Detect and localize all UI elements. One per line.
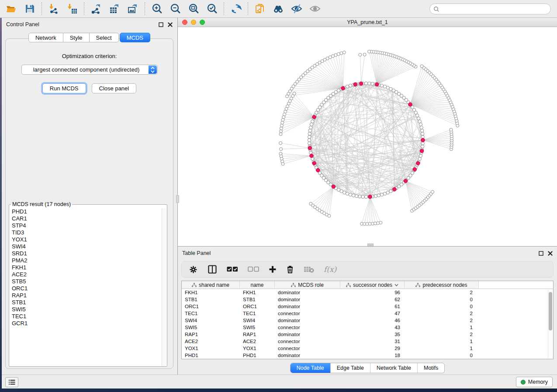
ring-node[interactable] [419, 123, 422, 126]
ring-node[interactable] [310, 123, 313, 126]
clone-network-icon[interactable] [254, 3, 266, 15]
close-panel-icon[interactable] [168, 22, 173, 27]
mcds-list-item[interactable]: SWI4 [10, 243, 166, 250]
hub-node[interactable] [316, 168, 320, 172]
mcds-list-item[interactable]: STB5 [10, 278, 166, 285]
hub-node[interactable] [404, 179, 408, 183]
ring-node[interactable] [358, 195, 361, 198]
column-header-successor-nodes[interactable]: successor nodes [340, 281, 405, 289]
fan-node[interactable] [281, 118, 284, 121]
close-panel-button[interactable]: Close panel [92, 83, 137, 93]
ring-node[interactable] [308, 132, 311, 135]
ring-node[interactable] [308, 135, 311, 138]
table-scrollbar-thumb[interactable] [549, 292, 552, 330]
ring-node[interactable] [361, 195, 364, 198]
mcds-list-item[interactable]: SRD1 [10, 250, 166, 257]
tab-motifs[interactable]: Motifs [417, 363, 444, 373]
mcds-list-scrollbar[interactable] [162, 208, 166, 366]
table-scrollbar[interactable] [548, 289, 553, 358]
ring-node[interactable] [355, 195, 358, 198]
hub-node[interactable] [416, 162, 420, 165]
tab-network-table[interactable]: Network Table [370, 363, 417, 373]
fan-node[interactable] [340, 52, 343, 55]
hub-node[interactable] [312, 162, 316, 165]
zoom-fit-icon[interactable] [187, 3, 200, 15]
fan-node[interactable] [328, 214, 331, 217]
ring-node[interactable] [308, 129, 311, 132]
ring-node[interactable] [418, 120, 421, 123]
ring-node[interactable] [309, 126, 312, 129]
window-close-button[interactable] [182, 20, 187, 25]
fan-node[interactable] [379, 221, 382, 224]
task-history-button[interactable] [5, 377, 18, 387]
mcds-list-item[interactable]: STB1 [10, 299, 166, 306]
ring-node[interactable] [421, 132, 424, 135]
ring-node[interactable] [364, 82, 367, 85]
close-panel-icon[interactable] [548, 251, 553, 256]
hub-node[interactable] [421, 138, 425, 142]
mcds-list-item[interactable]: FKH1 [10, 264, 166, 271]
ring-node[interactable] [380, 84, 383, 87]
ring-node[interactable] [364, 195, 367, 198]
table-row[interactable]: ACE2ACE2connector311 [182, 338, 553, 345]
hub-node[interactable] [353, 83, 357, 86]
hub-node[interactable] [312, 115, 316, 119]
mcds-list-item[interactable]: STP4 [10, 222, 166, 229]
mcds-result-list[interactable]: PHD1CAR1STP4TID3YOX1SWI4SRD1PMA2FKH1ACE2… [10, 208, 166, 366]
save-session-icon[interactable] [24, 3, 36, 15]
delete-table-icon[interactable] [304, 264, 314, 275]
fan-node[interactable] [450, 128, 453, 131]
fan-node[interactable] [280, 127, 283, 130]
window-zoom-button[interactable] [200, 20, 205, 25]
ring-node[interactable] [383, 85, 386, 88]
ring-node[interactable] [308, 142, 311, 145]
add-column-icon[interactable] [269, 264, 277, 275]
run-mcds-button[interactable]: Run MCDS [42, 83, 86, 93]
ring-node[interactable] [377, 194, 380, 197]
ring-node[interactable] [311, 120, 314, 123]
mcds-list-item[interactable]: SWI5 [10, 306, 166, 313]
ring-node[interactable] [386, 86, 389, 89]
mcds-list-item[interactable]: TEC1 [10, 313, 166, 320]
table-settings-icon[interactable] [189, 264, 198, 275]
ring-node[interactable] [421, 129, 424, 132]
mcds-list-item[interactable]: PHD1 [10, 208, 166, 215]
ring-node[interactable] [352, 194, 355, 197]
ring-node[interactable] [383, 192, 386, 195]
hub-node[interactable] [310, 154, 314, 158]
hub-node[interactable] [420, 149, 424, 153]
fan-node[interactable] [280, 148, 283, 151]
column-header-MCDS-role[interactable]: MCDS role [275, 281, 340, 289]
hub-node[interactable] [413, 168, 417, 172]
float-panel-icon[interactable] [159, 22, 163, 27]
export-image-icon[interactable] [127, 3, 139, 15]
zoom-out-icon[interactable] [169, 3, 181, 15]
select-all-rows-icon[interactable] [227, 264, 238, 275]
hub-node[interactable] [341, 86, 345, 90]
column-header-shared-name[interactable]: shared name [182, 281, 240, 289]
table-row[interactable]: YOX1YOX1connector291 [182, 345, 553, 352]
fan-node[interactable] [337, 52, 340, 55]
fan-node[interactable] [420, 65, 423, 68]
ring-node[interactable] [371, 82, 374, 85]
hub-node[interactable] [308, 146, 312, 150]
delete-column-icon[interactable] [286, 264, 294, 275]
import-table-icon[interactable] [66, 3, 78, 15]
fan-node[interactable] [280, 124, 283, 127]
import-network-icon[interactable] [48, 3, 60, 15]
ring-node[interactable] [346, 192, 349, 195]
table-row[interactable]: STB1STB1dominator620 [182, 296, 553, 303]
fan-node[interactable] [286, 95, 289, 98]
fan-node[interactable] [280, 130, 283, 133]
table-row[interactable]: PHD1PHD1dominator180 [182, 352, 553, 359]
ring-node[interactable] [346, 85, 349, 88]
mcds-list-item[interactable]: GCR1 [10, 320, 166, 327]
fan-node[interactable] [279, 133, 282, 136]
ring-node[interactable] [419, 154, 422, 157]
network-canvas[interactable] [178, 27, 557, 246]
ring-node[interactable] [421, 145, 424, 148]
tab-mcds[interactable]: MCDS [120, 33, 150, 42]
fan-node[interactable] [279, 141, 282, 144]
fan-node[interactable] [343, 51, 346, 54]
show-column-icon[interactable] [208, 264, 217, 275]
